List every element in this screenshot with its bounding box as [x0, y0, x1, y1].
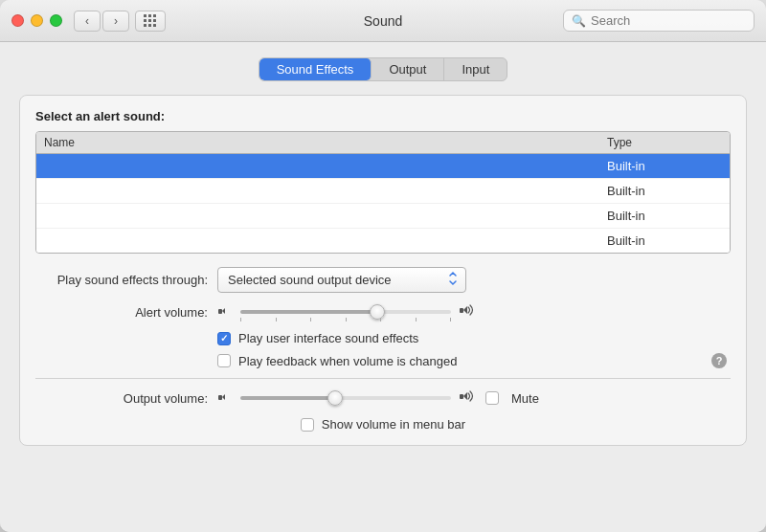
- tab-output[interactable]: Output: [372, 58, 444, 80]
- dropdown-value: Selected sound output device: [228, 273, 440, 287]
- svg-rect-3: [460, 394, 463, 399]
- tab-group: Sound Effects Output Input: [259, 57, 508, 81]
- mute-label: Mute: [511, 391, 539, 406]
- window: ‹ › Sound 🔍 Sound Effects Output Input: [0, 0, 766, 532]
- table-body: Built-in Built-in Built-in Built-in: [36, 154, 730, 253]
- col-name-header: Name: [44, 136, 607, 149]
- grid-button[interactable]: [135, 11, 166, 32]
- play-through-row: Play sound effects through: Selected sou…: [35, 267, 731, 293]
- mute-checkbox[interactable]: [485, 391, 499, 405]
- output-volume-high-icon: [459, 388, 478, 408]
- output-volume-label: Output volume:: [35, 391, 208, 406]
- window-title: Sound: [364, 13, 402, 29]
- grid-icon: [144, 14, 157, 28]
- row-type-2: Built-in: [607, 209, 722, 223]
- traffic-lights: [11, 14, 62, 27]
- back-button[interactable]: ‹: [74, 11, 101, 32]
- table-row[interactable]: Built-in: [36, 204, 730, 229]
- forward-button[interactable]: ›: [102, 11, 129, 32]
- row-name-3: [44, 233, 607, 248]
- ui-sounds-label: Play user interface sound effects: [238, 331, 418, 345]
- ui-sounds-checkbox[interactable]: [217, 332, 231, 345]
- sound-table: Name Type Built-in Built-in Built-in: [35, 131, 731, 254]
- search-icon: 🔍: [572, 14, 586, 28]
- show-volume-label: Show volume in menu bar: [322, 417, 465, 432]
- minimize-button[interactable]: [31, 14, 43, 27]
- divider: [35, 378, 731, 379]
- play-through-label: Play sound effects through:: [35, 273, 208, 287]
- output-volume-row: Output volume:: [35, 388, 731, 408]
- titlebar: ‹ › Sound 🔍: [0, 0, 766, 42]
- dropdown-arrow-icon: [446, 271, 460, 289]
- svg-rect-1: [460, 308, 463, 313]
- table-row[interactable]: Built-in: [36, 179, 730, 204]
- maximize-button[interactable]: [50, 14, 62, 27]
- table-row[interactable]: Built-in: [36, 154, 730, 179]
- row-name-0: [44, 159, 607, 173]
- nav-buttons: ‹ ›: [74, 11, 129, 32]
- search-box[interactable]: 🔍: [563, 10, 755, 32]
- sound-effects-panel: Select an alert sound: Name Type Built-i…: [19, 95, 747, 446]
- question-badge[interactable]: ?: [711, 353, 727, 368]
- alert-volume-slider-group: [217, 302, 478, 321]
- output-volume-track[interactable]: [240, 396, 451, 400]
- table-row[interactable]: Built-in: [36, 229, 730, 253]
- svg-rect-0: [218, 309, 222, 314]
- feedback-label: Play feedback when volume is changed: [238, 354, 457, 368]
- col-type-header: Type: [607, 136, 722, 149]
- feedback-checkbox[interactable]: [217, 354, 231, 367]
- row-type-0: Built-in: [607, 159, 722, 173]
- output-volume-low-icon: [217, 389, 233, 408]
- close-button[interactable]: [11, 14, 24, 27]
- show-volume-row: Show volume in menu bar: [35, 417, 731, 432]
- tab-input[interactable]: Input: [444, 58, 507, 80]
- search-input[interactable]: [591, 13, 746, 28]
- row-type-3: Built-in: [607, 233, 722, 248]
- alert-volume-track[interactable]: [240, 310, 451, 314]
- row-name-2: [44, 209, 607, 223]
- row-type-1: Built-in: [607, 184, 722, 198]
- svg-rect-2: [218, 395, 222, 400]
- volume-low-icon: [217, 303, 233, 321]
- output-volume-thumb[interactable]: [327, 390, 343, 406]
- volume-high-icon: [459, 302, 478, 321]
- row-name-1: [44, 184, 607, 198]
- alert-sound-label: Select an alert sound:: [35, 109, 731, 123]
- tab-sound-effects[interactable]: Sound Effects: [259, 58, 372, 80]
- play-through-dropdown[interactable]: Selected sound output device: [217, 267, 466, 293]
- table-header: Name Type: [36, 132, 730, 154]
- tab-bar: Sound Effects Output Input: [19, 57, 747, 81]
- ui-sounds-row: Play user interface sound effects: [35, 331, 731, 345]
- alert-volume-row: Alert volume:: [35, 302, 731, 321]
- show-volume-checkbox[interactable]: [301, 418, 314, 432]
- content: Sound Effects Output Input Select an ale…: [0, 42, 766, 532]
- feedback-row: Play feedback when volume is changed ?: [35, 353, 731, 368]
- output-volume-slider-group: Mute: [217, 388, 539, 408]
- alert-volume-label: Alert volume:: [35, 305, 208, 320]
